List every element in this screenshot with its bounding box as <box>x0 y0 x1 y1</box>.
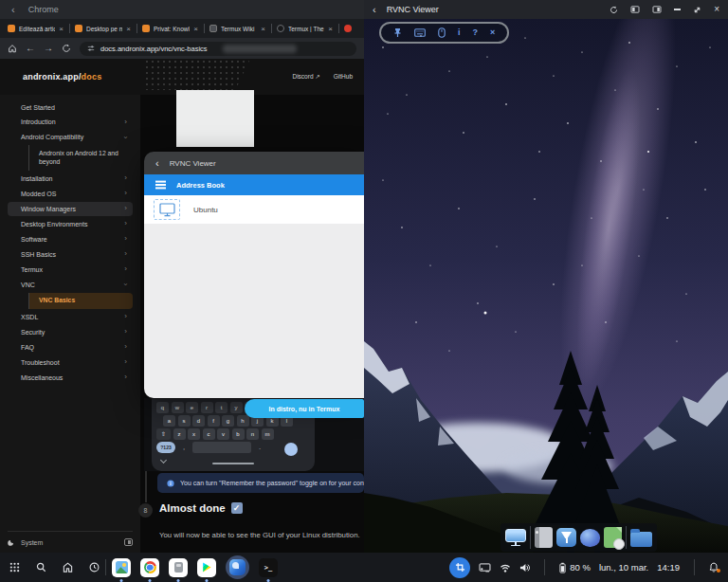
tab-close-icon[interactable]: × <box>59 25 64 33</box>
sidebar-item[interactable]: Software › <box>8 232 133 246</box>
keyboard-icon[interactable] <box>414 28 426 37</box>
keyboard-key[interactable]: w <box>172 402 184 413</box>
keyboard-key[interactable]: y <box>230 402 243 413</box>
help-icon[interactable]: ? <box>473 28 479 37</box>
sidebar-item[interactable]: Introduction › <box>8 115 133 129</box>
address-url[interactable]: docs.andronix.app/vnc/vnc-basics <box>100 45 208 53</box>
tab-close-icon[interactable]: × <box>261 25 265 33</box>
enter-key[interactable] <box>284 443 298 456</box>
volume-icon[interactable] <box>519 563 530 573</box>
browser-tab[interactable]: Pr <box>338 19 355 38</box>
tab-close-icon[interactable]: × <box>328 25 333 33</box>
sidebar-item[interactable]: Modded OS › <box>8 187 133 201</box>
shelf-home-icon[interactable] <box>63 562 73 573</box>
reload-icon[interactable] <box>610 6 618 14</box>
close-icon[interactable]: × <box>714 5 719 14</box>
search-icon[interactable] <box>36 562 46 573</box>
termux-app-icon[interactable]: >_ <box>259 558 278 577</box>
snap-left-icon[interactable] <box>630 6 640 13</box>
screen-capture-icon[interactable] <box>449 557 470 578</box>
keyboard-key[interactable]: v <box>217 428 229 440</box>
clock-icon[interactable] <box>89 562 100 573</box>
keyboard-key[interactable]: r <box>201 402 213 413</box>
browser-reload-icon[interactable] <box>62 44 71 53</box>
tab-close-icon[interactable]: × <box>193 25 198 33</box>
browser-tab[interactable]: Desktop pe m × <box>69 19 136 38</box>
notification-bell-icon[interactable] <box>709 562 719 573</box>
window-back-icon[interactable]: ‹ <box>11 5 15 15</box>
keyboard-key[interactable]: c <box>203 428 215 440</box>
vnc-remote-desktop[interactable]: i ? × <box>364 19 728 553</box>
keyboard-key[interactable]: q <box>156 402 169 413</box>
header-link[interactable]: GitHub <box>334 73 353 81</box>
symbols-key[interactable]: ?123 <box>156 442 175 453</box>
shift-key[interactable]: ⇧ <box>156 428 171 440</box>
browser-tab[interactable]: Editează artic × <box>2 19 69 38</box>
sidebar-item[interactable]: Android Compatibility › <box>8 130 133 144</box>
keyboard-key[interactable]: z <box>173 428 186 440</box>
connection-list-item[interactable]: Ubuntu <box>144 195 364 224</box>
hamburger-menu-icon[interactable] <box>155 184 166 186</box>
sidebar-item[interactable]: VNC › <box>8 278 133 292</box>
period-key[interactable]: . <box>254 442 266 453</box>
sidebar-item[interactable]: FAQ › <box>8 340 133 355</box>
tray-date[interactable]: lun., 10 mar. <box>599 562 648 573</box>
screencast-icon[interactable] <box>479 563 491 573</box>
battery-status[interactable]: 80 % <box>559 562 591 573</box>
site-logo[interactable]: andronix.app/docs <box>23 72 101 82</box>
theme-toggle-label[interactable]: System <box>21 539 43 546</box>
info-icon[interactable]: i <box>458 28 461 37</box>
sidebar-item[interactable]: XSDL › <box>8 310 133 324</box>
sidebar-item[interactable]: Window Managers › <box>8 202 133 216</box>
keyboard-key[interactable]: d <box>192 415 205 427</box>
minimize-icon[interactable] <box>674 9 681 10</box>
sidebar-item[interactable]: SSH Basics › <box>8 247 133 262</box>
dock-document-app-icon[interactable] <box>604 527 622 548</box>
close-toolbar-icon[interactable]: × <box>490 28 495 37</box>
dock-browser-app-icon[interactable] <box>580 529 600 547</box>
tab-close-icon[interactable]: × <box>126 25 131 33</box>
sidebar-item[interactable]: Miscellaneous › <box>8 371 133 385</box>
keyboard-key[interactable]: f <box>208 415 220 427</box>
sidebar-item[interactable]: VNC Basics <box>28 293 133 309</box>
sidebar-item[interactable]: Security › <box>8 325 133 339</box>
keyboard-key[interactable]: s <box>178 415 191 427</box>
keyboard-key[interactable]: h <box>237 415 249 427</box>
keyboard-key[interactable]: e <box>186 402 198 413</box>
keyboard-key[interactable]: b <box>232 428 245 440</box>
browser-tab[interactable]: Termux | The × <box>271 19 338 38</box>
wifi-icon[interactable] <box>500 563 511 573</box>
sidebar-item[interactable]: Andronix on Android 12 and beyond <box>28 145 133 171</box>
browser-back-icon[interactable]: ← <box>26 44 35 53</box>
keyboard-key[interactable]: n <box>246 428 259 440</box>
browser-tab[interactable]: Privat: Knowle × <box>136 19 204 38</box>
chrome-app-icon[interactable] <box>140 558 159 577</box>
keyboard-key[interactable]: t <box>215 402 228 413</box>
sidebar-item[interactable]: Troubleshoot › <box>8 355 133 370</box>
comma-key[interactable]: , <box>178 442 191 453</box>
keyboard-key[interactable]: x <box>188 428 200 440</box>
chevron-down-icon[interactable] <box>160 457 167 464</box>
gesture-bar[interactable] <box>212 463 254 465</box>
keyboard-key[interactable]: g <box>222 415 234 427</box>
keyboard-key[interactable]: a <box>163 415 175 427</box>
sidebar-item[interactable]: Get Started <box>8 100 133 114</box>
snap-right-icon[interactable] <box>652 6 662 13</box>
space-key[interactable] <box>192 442 251 453</box>
gallery-app-icon[interactable] <box>112 558 131 577</box>
sidebar-item[interactable]: Desktop Environments › <box>8 217 133 231</box>
site-settings-icon[interactable] <box>87 45 95 52</box>
dock-package-app-icon[interactable] <box>556 528 576 547</box>
browser-forward-icon[interactable]: → <box>44 44 53 53</box>
fullscreen-icon[interactable] <box>693 6 701 14</box>
dock-display-icon[interactable] <box>505 529 526 547</box>
rvnc-viewer-app-icon[interactable] <box>226 555 249 579</box>
dock-files-app-icon[interactable] <box>630 532 652 547</box>
browser-tab[interactable]: Termux Wiki × <box>204 19 271 38</box>
keyboard-key[interactable]: m <box>262 428 274 440</box>
launcher-icon[interactable] <box>9 562 20 573</box>
sidebar-item[interactable]: Installation › <box>8 172 133 186</box>
dock-notes-app-icon[interactable] <box>535 527 553 548</box>
browser-home-icon[interactable] <box>8 44 17 53</box>
sidebar-item[interactable]: Termux › <box>8 263 133 277</box>
